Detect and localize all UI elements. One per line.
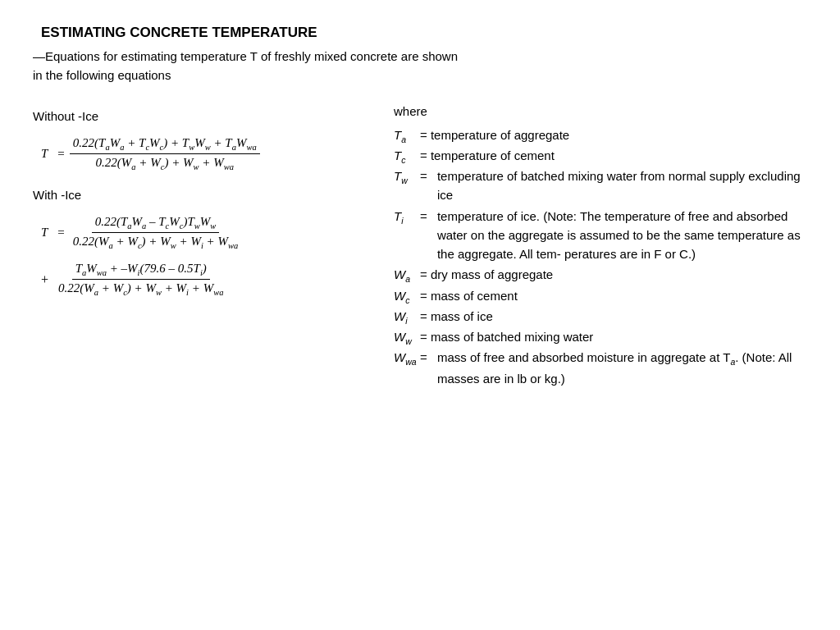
def-Tw: Tw = temperature of batched mixing water… bbox=[394, 167, 807, 205]
without-ice-label: Without -Ice bbox=[33, 109, 377, 123]
def-Ww: Ww = mass of batched mixing water bbox=[394, 327, 807, 348]
def-Ta: Ta = temperature of aggregate bbox=[394, 126, 807, 146]
def-Wc: Wc = mass of cement bbox=[394, 286, 807, 307]
def-Wwa: Wwa = mass of free and absorbed moisture… bbox=[394, 348, 807, 388]
def-Wa: Wa = dry mass of aggregate bbox=[394, 265, 807, 285]
without-ice-equation: T = 0.22(TaWa + TcWc) + TwWw + TaWwa 0.2… bbox=[41, 136, 377, 171]
with-ice-label: With -Ice bbox=[33, 188, 377, 202]
def-Ti: Ti = temperature of ice. (Note: The temp… bbox=[394, 207, 807, 264]
with-ice-equation-1: T = 0.22(TaWa – TcWc)TwWw 0.22(Wa + Wc) … bbox=[41, 215, 377, 250]
def-Wi: Wi = mass of ice bbox=[394, 307, 807, 327]
def-Tc: Tc = temperature of cement bbox=[394, 146, 807, 167]
where-label: where bbox=[394, 101, 807, 122]
intro-text: —Equations for estimating temperature T … bbox=[33, 48, 807, 84]
with-ice-equation-2: + TaWwa + –Wi(79.6 – 0.5Ti) 0.22(Wa + Wc… bbox=[41, 262, 377, 297]
page-title: ESTIMATING CONCRETE TEMPERATURE bbox=[41, 25, 807, 41]
